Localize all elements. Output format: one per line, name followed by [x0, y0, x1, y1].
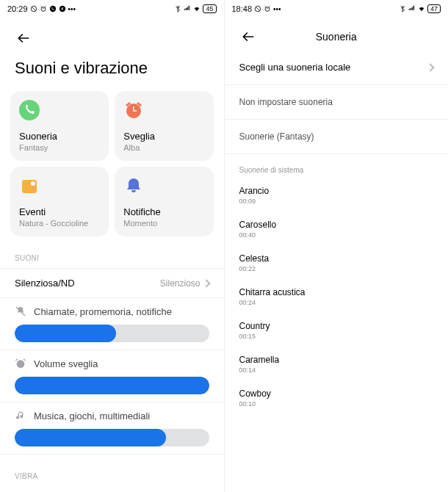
ringtone-item[interactable]: Carosello00:40 — [225, 212, 449, 246]
ringtone-screen: 18:48 ••• 47 Suoneria Scegli una suoneri… — [224, 0, 449, 492]
ringtone-name: Chitarra acustica — [239, 287, 434, 297]
silent-row-title: Silenziosa/ND — [15, 278, 75, 289]
volume-slider[interactable] — [15, 377, 209, 394]
alarm-status-icon — [264, 5, 271, 12]
choose-local-ringtone-row[interactable]: Scegli una suoneria locale — [225, 50, 449, 85]
volume-slider[interactable] — [15, 325, 209, 342]
phone-icon — [19, 100, 40, 120]
system-ringtones-header: Suonerie di sistema — [225, 154, 449, 178]
category-tiles: SuoneriaFantasySvegliaAlbaEventiNatura -… — [0, 91, 224, 236]
page-title: Suoni e vibrazione — [0, 48, 224, 91]
bell-off-icon — [15, 305, 26, 317]
ringtone-name: Country — [239, 321, 434, 331]
silent-row-value: Silenzioso — [160, 278, 209, 289]
ringtone-item[interactable]: Arancio00:09 — [225, 178, 449, 212]
slider-label: Volume sveglia — [34, 358, 98, 369]
section-vibra-label: VIBRA — [0, 455, 224, 486]
status-time: 20:29 — [7, 4, 28, 13]
dnd-icon — [30, 5, 37, 12]
tile-title: Eventi — [19, 206, 100, 217]
music-icon — [15, 410, 26, 422]
ringtone-duration: 00:40 — [239, 231, 434, 239]
signal-icon — [408, 5, 416, 12]
whatsapp-icon — [49, 5, 57, 12]
alarm-solid-icon — [15, 358, 26, 369]
ringtone-item[interactable]: Caramella00:14 — [225, 347, 449, 381]
ringtone-name: Celesta — [239, 253, 434, 264]
ringtone-duration: 00:22 — [239, 265, 434, 272]
calendar-icon — [19, 176, 40, 196]
ringtone-duration: 00:10 — [239, 400, 434, 408]
svg-line-20 — [265, 7, 266, 7]
tile-suoneria[interactable]: SuoneriaFantasy — [10, 91, 109, 161]
tile-subtitle: Momento — [123, 219, 204, 228]
tile-eventi[interactable]: EventiNatura - Goccioline — [10, 167, 109, 236]
ringtone-item[interactable]: Country00:15 — [225, 314, 449, 347]
svg-point-6 — [49, 6, 55, 12]
back-button[interactable] — [13, 28, 34, 48]
ringtone-item[interactable]: Celesta00:22 — [225, 246, 449, 280]
volume-slider[interactable] — [15, 429, 209, 446]
no-ringtone-row[interactable]: Non impostare suoneria — [225, 85, 449, 120]
bell-icon — [123, 176, 144, 196]
volume-slider-block: Chiamate, promemoria, notifiche — [0, 298, 224, 350]
svg-line-4 — [40, 7, 41, 7]
svg-point-15 — [17, 360, 25, 368]
ringtone-name: Caramella — [239, 355, 434, 365]
section-sounds-label: SUONI — [0, 236, 224, 269]
signal-icon — [184, 5, 191, 12]
status-bar: 18:48 ••• 47 — [225, 0, 449, 16]
svg-point-13 — [31, 181, 35, 186]
silent-mode-row[interactable]: Silenziosa/ND Silenzioso — [0, 269, 224, 298]
svg-rect-11 — [133, 110, 137, 112]
sounds-vibration-screen: 20:29 ••• 45 Suoni e vibrazione Suoneria… — [0, 0, 224, 492]
volume-slider-block: Volume sveglia — [0, 350, 224, 402]
alarm-status-icon — [40, 5, 47, 12]
tile-subtitle: Natura - Goccioline — [19, 219, 100, 228]
tile-title: Sveglia — [123, 131, 204, 142]
facebook-icon — [59, 5, 66, 12]
battery-indicator: 47 — [427, 4, 441, 13]
ringtone-name: Carosello — [239, 220, 434, 230]
current-ringtone-row[interactable]: Suonerie (Fantasy) — [225, 120, 449, 154]
slider-label: Chiamate, promemoria, notifiche — [34, 306, 172, 317]
svg-line-17 — [256, 7, 260, 11]
ringtone-item[interactable]: Chitarra acustica00:24 — [225, 280, 449, 314]
slider-label: Musica, giochi, multimediali — [34, 410, 150, 422]
back-button[interactable] — [238, 26, 259, 47]
svg-rect-12 — [22, 180, 37, 193]
sliders-container: Chiamate, promemoria, notificheVolume sv… — [0, 298, 224, 455]
tile-notifiche[interactable]: NotificheMomento — [115, 167, 213, 236]
alarm-icon — [123, 100, 144, 120]
status-bar: 20:29 ••• 45 — [0, 0, 224, 16]
ringtone-name: Cowboy — [239, 388, 434, 399]
ringtone-duration: 00:14 — [239, 366, 434, 374]
bluetooth-icon — [174, 5, 181, 12]
ringtone-item[interactable]: Cowboy00:10 — [225, 381, 449, 415]
ringtone-duration: 00:24 — [239, 299, 434, 306]
dnd-icon — [254, 5, 261, 12]
ringtone-duration: 00:09 — [239, 198, 434, 205]
battery-indicator: 45 — [203, 4, 216, 13]
more-icon: ••• — [68, 5, 76, 13]
more-icon: ••• — [273, 5, 281, 13]
svg-line-5 — [45, 7, 46, 7]
tile-subtitle: Fantasy — [19, 143, 100, 152]
svg-point-8 — [19, 100, 40, 120]
tile-title: Notifiche — [123, 206, 204, 217]
bluetooth-icon — [399, 5, 406, 12]
chevron-right-icon — [202, 279, 210, 287]
chevron-right-icon — [426, 63, 434, 71]
ringtone-name: Arancio — [239, 186, 434, 196]
tile-title: Suoneria — [19, 131, 100, 142]
volume-slider-block: Musica, giochi, multimediali — [0, 402, 224, 455]
wifi-icon — [193, 5, 200, 12]
wifi-icon — [418, 5, 425, 12]
tile-sveglia[interactable]: SvegliaAlba — [115, 91, 213, 161]
tile-subtitle: Alba — [123, 143, 204, 152]
status-time: 18:48 — [232, 4, 253, 13]
ringtone-list: Arancio00:09Carosello00:40Celesta00:22Ch… — [225, 178, 449, 415]
svg-line-21 — [269, 7, 270, 7]
ringtone-duration: 00:15 — [239, 333, 434, 340]
svg-line-1 — [32, 7, 35, 11]
